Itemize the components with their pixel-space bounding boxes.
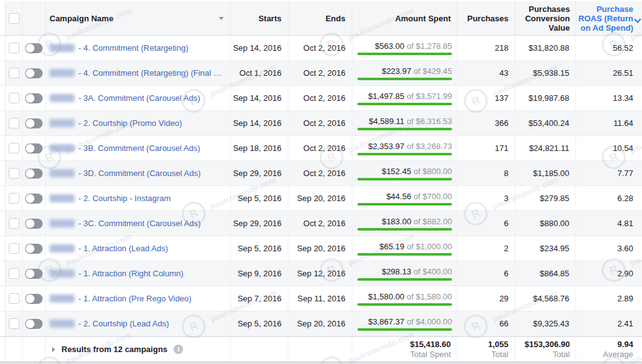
roas-average-label: Average — [603, 350, 633, 360]
row-select-cell — [6, 311, 23, 336]
delivery-progress-bar — [357, 228, 452, 231]
campaign-status-toggle[interactable] — [25, 68, 43, 78]
row-checkbox[interactable] — [9, 318, 19, 329]
campaign-name-link[interactable]: - 3D. Commitment (Carousel Ads) — [78, 169, 201, 178]
campaign-status-toggle[interactable] — [25, 118, 43, 128]
row-checkbox[interactable] — [9, 268, 19, 279]
campaign-name-link[interactable]: - 4. Commitment (Retargeting) — [78, 43, 189, 53]
row-checkbox[interactable] — [9, 118, 19, 128]
campaign-status-toggle[interactable] — [25, 93, 43, 103]
roas-cell: 10.54 — [576, 136, 642, 160]
starts-header[interactable]: Starts — [231, 1, 288, 35]
campaign-name-link[interactable]: - 2. Courtship - Instagram — [78, 194, 171, 203]
select-all-cell — [6, 1, 23, 35]
row-toggle-cell — [23, 311, 46, 336]
campaign-status-toggle[interactable] — [25, 319, 43, 329]
select-all-checkbox[interactable] — [9, 13, 19, 24]
frozen-gutter — [0, 236, 6, 261]
conversion-value-cell: $31,820.88 — [515, 36, 576, 60]
row-checkbox[interactable] — [9, 68, 19, 78]
campaign-name-cell: - 3A. Commitment (Carousel Ads) — [46, 86, 231, 110]
campaign-status-toggle[interactable] — [25, 43, 43, 53]
ends-header[interactable]: Ends — [288, 1, 352, 35]
starts-cell: Sep 5, 2016 — [231, 311, 288, 336]
of-label: of — [407, 117, 414, 126]
expand-caret-icon[interactable] — [52, 347, 55, 352]
campaign-name-link[interactable]: - 2. Courtship (Lead Ads) — [78, 319, 169, 328]
total-spent-value: $15,418.60 — [410, 340, 451, 350]
chevron-down-icon[interactable] — [634, 16, 641, 23]
starts-cell: Sep 14, 2016 — [231, 111, 288, 135]
row-checkbox[interactable] — [9, 218, 19, 229]
frozen-gutter — [0, 286, 6, 311]
roas-cell: 2.89 — [576, 286, 642, 311]
spent-amount: $183.00 — [382, 217, 411, 226]
campaign-status-toggle[interactable] — [25, 143, 43, 153]
delivery-progress-bar — [357, 253, 452, 256]
row-checkbox[interactable] — [9, 43, 19, 53]
budget-amount: $800.00 — [423, 167, 452, 176]
purchases-header[interactable]: Purchases — [456, 1, 515, 35]
frozen-gutter — [0, 61, 6, 85]
campaign-status-toggle[interactable] — [25, 294, 43, 304]
delivery-progress-bar — [357, 78, 452, 80]
row-select-cell — [6, 111, 23, 135]
campaign-name-link[interactable]: - 3C. Commitment (Carousel Ads) — [78, 219, 201, 228]
roas-header[interactable]: Purchase ROAS (Return on Ad Spend) — [576, 1, 642, 35]
campaign-name-link[interactable]: - 3A. Commitment (Carousel Ads) — [78, 93, 200, 103]
campaign-name-link[interactable]: - 3B. Commitment (Carousel Ads) — [78, 143, 200, 153]
row-checkbox[interactable] — [9, 293, 19, 304]
purchases-cell: 366 — [456, 111, 515, 135]
campaign-status-toggle[interactable] — [25, 169, 43, 179]
campaign-name-link[interactable]: - 4. Commitment (Retargeting) (Final Day… — [78, 68, 224, 78]
roas-cell: 56.52 — [576, 36, 642, 60]
campaign-row: - 2. Courtship - Instagram Sep 5, 2016 S… — [0, 186, 642, 211]
spent-amount: $3,867.37 — [368, 317, 404, 326]
spent-amount: $1,497.85 — [368, 91, 404, 101]
campaign-name-cell: - 1. Attraction (Lead Ads) — [46, 236, 231, 261]
budget-amount: $1,580.00 — [416, 292, 452, 301]
campaign-row: - 2. Courtship (Lead Ads) Sep 5, 2016 Se… — [0, 311, 642, 336]
row-checkbox[interactable] — [9, 193, 19, 204]
campaign-name-link[interactable]: - 1. Attraction (Lead Ads) — [78, 244, 168, 253]
campaign-status-toggle[interactable] — [25, 194, 43, 204]
row-checkbox[interactable] — [9, 243, 19, 254]
ends-cell: Oct 2, 2016 — [288, 211, 352, 236]
campaign-status-toggle[interactable] — [25, 269, 43, 279]
toggle-knob — [26, 94, 34, 103]
row-select-cell — [6, 261, 23, 286]
campaign-name-header[interactable]: Campaign Name — [46, 1, 231, 35]
of-label: of — [414, 217, 421, 226]
toggle-knob — [26, 119, 34, 128]
amount-spent-text: $4,589.11 of $6,316.53 — [357, 117, 452, 126]
sort-caret-icon[interactable] — [219, 17, 224, 20]
campaign-status-toggle[interactable] — [25, 244, 43, 254]
campaign-name-cell: - 2. Courtship (Promo Video) — [46, 111, 231, 135]
conversion-value-header[interactable]: Purchases Conversion Value — [515, 1, 576, 35]
ends-cell: Oct 2, 2016 — [288, 36, 352, 60]
campaign-row: - 3C. Commitment (Carousel Ads) Sep 29, … — [0, 211, 642, 236]
frozen-gutter — [0, 186, 6, 211]
row-checkbox[interactable] — [9, 168, 19, 179]
row-checkbox[interactable] — [9, 93, 19, 103]
campaign-name-link[interactable]: - 1. Attraction (Pre Rego Video) — [78, 294, 191, 303]
campaigns-table: Campaign Name Starts Ends Amount Spent P… — [0, 0, 642, 364]
redacted-campaign-prefix — [50, 320, 75, 328]
starts-header-label: Starts — [258, 14, 282, 23]
campaign-name-link[interactable]: - 2. Courtship (Promo Video) — [78, 118, 182, 128]
info-icon[interactable]: i — [174, 345, 183, 354]
campaign-name-link[interactable]: - 1. Attraction (Right Column) — [78, 269, 184, 278]
amount-spent-header-label: Amount Spent — [395, 14, 451, 23]
row-checkbox[interactable] — [9, 143, 19, 153]
campaign-row: - 1. Attraction (Pre Rego Video) Sep 7, … — [0, 286, 642, 311]
toggle-knob — [26, 269, 34, 278]
conversion-total-value: $153,306.90 — [525, 340, 570, 350]
row-select-cell — [6, 211, 23, 236]
conversion-total-cell: $153,306.90 Total — [515, 337, 576, 361]
toggle-knob — [26, 194, 34, 203]
of-label: of — [414, 167, 421, 176]
amount-spent-header[interactable]: Amount Spent — [352, 1, 456, 35]
ends-cell: Oct 2, 2016 — [288, 111, 352, 135]
campaign-status-toggle[interactable] — [25, 219, 43, 229]
roas-cell: 13.34 — [576, 86, 642, 110]
